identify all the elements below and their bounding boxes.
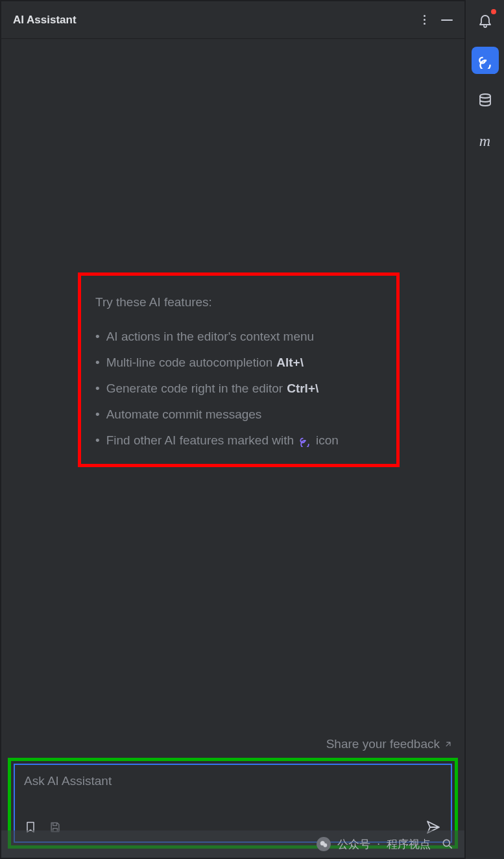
panel-header: AI Assistant — [1, 1, 464, 39]
maven-icon: m — [479, 132, 490, 150]
database-button[interactable] — [472, 87, 499, 114]
keyboard-shortcut: Ctrl+\ — [287, 376, 318, 402]
bookmark-icon — [24, 820, 37, 834]
chat-input-toolbar — [24, 819, 442, 835]
save-icon — [49, 821, 62, 834]
dots-vertical-icon — [424, 15, 426, 25]
minimize-button[interactable] — [441, 19, 453, 21]
ai-assistant-button[interactable] — [472, 47, 499, 74]
features-title: Try these AI features: — [95, 295, 382, 309]
header-actions — [424, 15, 453, 25]
save-button[interactable] — [49, 821, 62, 834]
notifications-button[interactable] — [472, 6, 499, 34]
right-toolbar: m — [465, 0, 504, 859]
maven-button[interactable]: m — [472, 127, 499, 154]
panel-footer: Share your feedback Ask AI Assistant — [1, 737, 464, 858]
share-feedback-link[interactable]: Share your feedback — [8, 737, 458, 751]
keyboard-shortcut: Alt+\ — [276, 350, 304, 376]
feature-item: Automate commit messages — [95, 402, 382, 428]
panel-content: Try these AI features: AI actions in the… — [1, 39, 464, 858]
feature-text: icon — [316, 428, 339, 454]
feature-text: Generate code right in the editor — [106, 376, 283, 402]
feature-item: Generate code right in the editor Ctrl+\ — [95, 376, 382, 402]
more-options-button[interactable] — [424, 15, 426, 25]
panel-title: AI Assistant — [13, 14, 424, 27]
features-list: AI actions in the editor's context menu … — [95, 324, 382, 454]
feature-item: Multi-line code autocompletion Alt+\ — [95, 350, 382, 376]
bookmark-button[interactable] — [24, 820, 37, 834]
chat-input-placeholder: Ask AI Assistant — [24, 774, 442, 819]
external-link-icon — [444, 740, 453, 749]
feature-text: Automate commit messages — [106, 402, 262, 428]
feature-item: Find other AI features marked with icon — [95, 428, 382, 454]
notification-indicator — [491, 9, 496, 14]
send-icon — [425, 819, 442, 835]
features-highlight-box: Try these AI features: AI actions in the… — [78, 272, 400, 467]
minus-icon — [441, 19, 453, 21]
send-button[interactable] — [425, 819, 442, 835]
feature-item: AI actions in the editor's context menu — [95, 324, 382, 350]
feature-text: Multi-line code autocompletion — [106, 350, 273, 376]
ai-assistant-panel: AI Assistant Try these AI features: AI a… — [0, 0, 465, 859]
database-icon — [477, 93, 493, 108]
input-highlight-box: Ask AI Assistant — [8, 758, 458, 849]
feedback-label: Share your feedback — [326, 737, 440, 751]
svg-point-3 — [480, 94, 490, 98]
chat-input[interactable]: Ask AI Assistant — [14, 764, 452, 843]
bell-icon — [477, 12, 493, 28]
spiral-icon — [477, 52, 494, 69]
feature-text: AI actions in the editor's context menu — [106, 324, 314, 350]
feature-text: Find other AI features marked with — [106, 428, 294, 454]
spiral-icon — [298, 433, 312, 448]
